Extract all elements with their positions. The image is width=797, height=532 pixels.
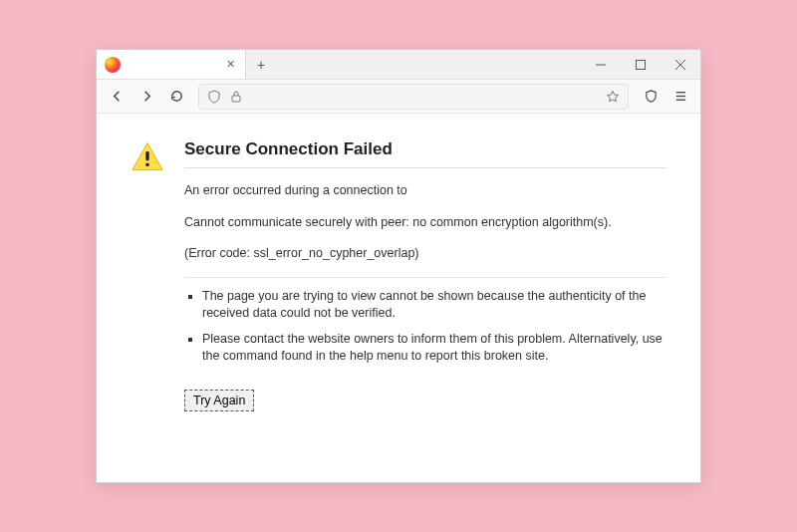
back-button[interactable]	[103, 83, 131, 111]
forward-button[interactable]	[133, 83, 160, 111]
titlebar-spacer	[276, 50, 581, 79]
divider	[184, 277, 666, 278]
lock-icon	[229, 90, 243, 104]
bullet-item: Please contact the website owners to inf…	[202, 331, 666, 366]
error-line-1: An error occurred during a connection to	[184, 182, 666, 200]
error-code: (Error code: ssl_error_no_cypher_overlap…	[184, 245, 666, 263]
menu-button[interactable]	[666, 83, 694, 111]
minimize-button[interactable]	[581, 50, 621, 79]
svg-rect-4	[232, 96, 240, 102]
svg-point-10	[145, 163, 149, 167]
error-body: Secure Connection Failed An error occurr…	[184, 139, 666, 462]
new-tab-button[interactable]: +	[246, 50, 276, 79]
browser-tab[interactable]: ✕	[97, 50, 246, 79]
error-bullets: The page you are trying to view cannot b…	[184, 288, 666, 366]
svg-rect-1	[637, 60, 646, 69]
browser-window: ✕ +	[96, 49, 701, 483]
divider	[184, 167, 666, 168]
titlebar: ✕ +	[97, 50, 700, 80]
protections-shield-icon[interactable]	[637, 83, 664, 111]
error-page-content: Secure Connection Failed An error occurr…	[97, 114, 700, 482]
shield-icon	[207, 90, 221, 104]
try-again-button[interactable]: Try Again	[184, 390, 254, 411]
error-heading: Secure Connection Failed	[184, 139, 666, 159]
bookmark-star-icon[interactable]	[606, 90, 620, 104]
close-window-button[interactable]	[661, 50, 700, 79]
close-tab-icon[interactable]: ✕	[223, 58, 237, 72]
address-bar[interactable]	[198, 84, 629, 110]
warning-triangle-icon	[131, 141, 164, 171]
svg-rect-9	[145, 151, 148, 160]
warning-column	[131, 139, 166, 462]
maximize-button[interactable]	[621, 50, 661, 79]
bullet-item: The page you are trying to view cannot b…	[202, 288, 666, 323]
navbar	[97, 80, 700, 114]
firefox-favicon	[105, 57, 121, 73]
reload-button[interactable]	[162, 83, 190, 111]
error-line-2: Cannot communicate securely with peer: n…	[184, 214, 666, 232]
